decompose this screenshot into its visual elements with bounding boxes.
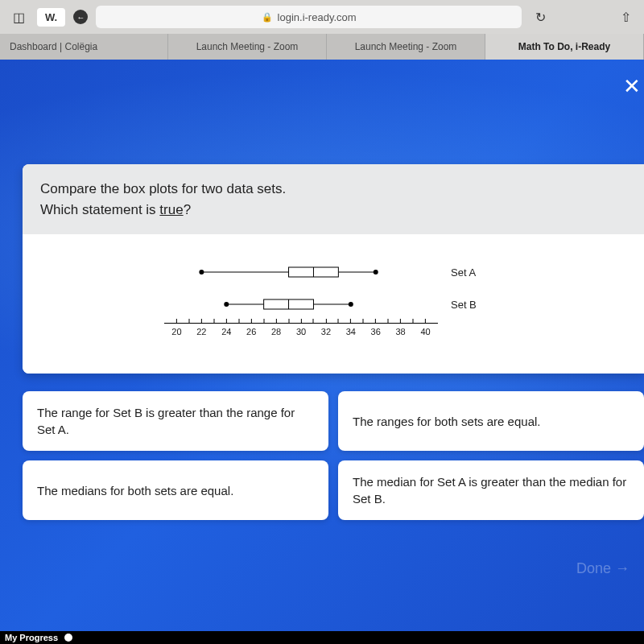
axis-tick-label: 22 (196, 327, 206, 336)
page-content: ✕ Compare the box plots for two data set… (0, 60, 644, 631)
progress-dot-icon (64, 634, 72, 642)
axis-tick-label: 30 (296, 327, 306, 336)
axis-tick-label: 38 (396, 327, 406, 336)
question-prompt: Compare the box plots for two data sets.… (23, 164, 644, 234)
answer-option-1[interactable]: The range for Set B is greater than the … (23, 391, 328, 451)
done-button[interactable]: Done → (576, 552, 630, 585)
svg-point-2 (199, 270, 204, 275)
chart-area: Set ASet B 2022242628303234363840 (23, 234, 644, 374)
footer-bar: My Progress (0, 631, 644, 644)
share-icon[interactable]: ⇧ (615, 6, 636, 27)
tab-iready[interactable]: Math To Do, i-Ready (485, 34, 644, 60)
boxplot-label: Set B (451, 299, 477, 311)
boxplot-set-a: Set A (164, 258, 502, 286)
axis-tick-label: 28 (271, 327, 281, 336)
my-progress-label[interactable]: My Progress (5, 633, 58, 642)
question-line-2b: true (159, 202, 183, 217)
svg-point-8 (224, 302, 229, 307)
answers-grid: The range for Set B is greater than the … (23, 391, 644, 520)
boxplot-label: Set A (451, 266, 476, 279)
tab-dashboard[interactable]: Dashboard | Colëgia (0, 34, 168, 60)
url-text: login.i-ready.com (278, 11, 357, 23)
tab-zoom-1[interactable]: Launch Meeting - Zoom (168, 34, 327, 60)
lock-icon: 🔒 (262, 12, 273, 23)
back-icon[interactable]: ← (73, 10, 88, 24)
axis-tick-label: 24 (221, 327, 231, 336)
axis-tick-label: 36 (371, 327, 381, 336)
question-line-2c: ? (184, 202, 191, 217)
sidebar-toggle-icon[interactable]: ◫ (8, 6, 29, 27)
boxplot-set-b: Set B (164, 291, 502, 318)
question-card: Compare the box plots for two data sets.… (23, 164, 644, 374)
axis-tick-label: 34 (346, 327, 356, 336)
axis-tick-label: 20 (171, 327, 181, 336)
answer-option-4[interactable]: The median for Set A is greater than the… (338, 460, 644, 520)
answer-option-3[interactable]: The medians for both sets are equal. (23, 460, 328, 520)
tab-label-w[interactable]: W. (37, 8, 65, 27)
tab-zoom-2[interactable]: Launch Meeting - Zoom (327, 34, 485, 60)
x-axis-ticks: 2022242628303234363840 (164, 324, 438, 341)
axis-tick-label: 32 (321, 327, 331, 336)
question-line-2a: Which statement is (40, 202, 159, 217)
svg-point-3 (374, 270, 378, 275)
question-line-1: Compare the box plots for two data sets. (40, 181, 286, 196)
reload-icon[interactable]: ↻ (530, 6, 551, 27)
close-icon[interactable]: ✕ (620, 71, 644, 102)
tabs-row: Dashboard | Colëgia Launch Meeting - Zoo… (0, 34, 644, 60)
address-bar[interactable]: 🔒 login.i-ready.com (96, 6, 522, 28)
answer-option-2[interactable]: The ranges for both sets are equal. (338, 391, 644, 451)
axis-tick-label: 26 (246, 327, 256, 336)
browser-toolbar: ◫ W. ← 🔒 login.i-ready.com ↻ ⇧ (0, 0, 644, 34)
svg-point-9 (349, 302, 353, 307)
axis-tick-label: 40 (420, 327, 430, 336)
